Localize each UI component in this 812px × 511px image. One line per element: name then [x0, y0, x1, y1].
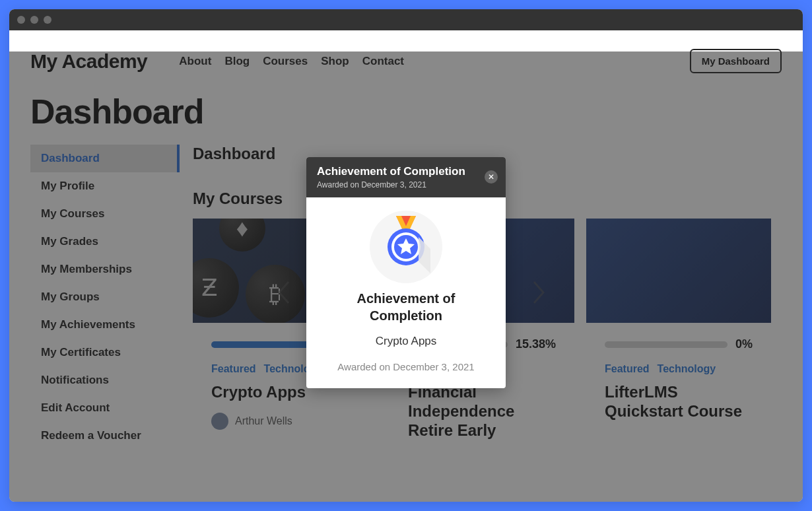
window-dot — [17, 16, 25, 24]
close-icon[interactable]: ✕ — [485, 170, 498, 184]
chevron-left-icon[interactable] — [273, 276, 293, 309]
modal-awarded-text: Awarded on December 3, 2021 — [320, 361, 492, 372]
chevron-right-icon[interactable] — [529, 276, 549, 309]
modal-title: Achievement of Completion — [317, 165, 495, 178]
window-dot — [30, 16, 38, 24]
achievement-modal: Achievement of Completion Awarded on Dec… — [306, 157, 506, 388]
modal-header: Achievement of Completion Awarded on Dec… — [306, 157, 506, 197]
window-dot — [44, 16, 51, 24]
medal-icon — [370, 211, 442, 283]
modal-overlay[interactable]: Achievement of Completion Awarded on Dec… — [9, 51, 803, 502]
modal-subtitle: Awarded on December 3, 2021 — [317, 180, 495, 189]
modal-body-title: Achievement of Completion — [320, 290, 492, 324]
window-titlebar — [9, 9, 803, 30]
modal-course-name: Crypto Apps — [320, 335, 492, 348]
